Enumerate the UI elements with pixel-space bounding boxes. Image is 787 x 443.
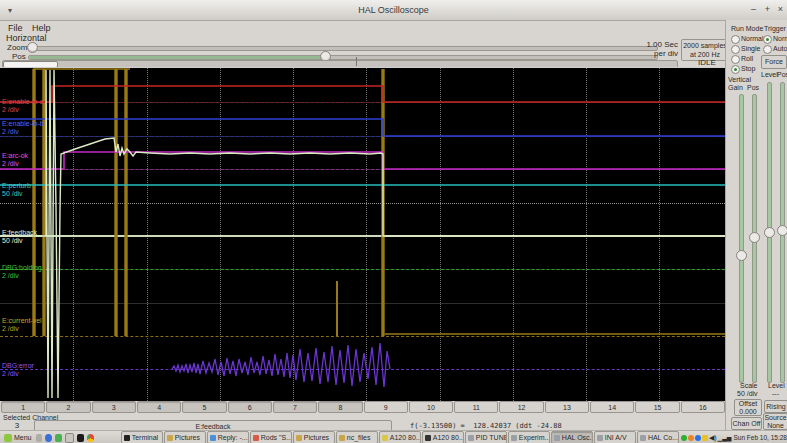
window-icon — [339, 435, 345, 441]
channel-name: E:feedback — [2, 229, 37, 237]
channel-scale: 2 /div — [2, 370, 34, 378]
trigger-label: Trigger — [764, 25, 786, 32]
chrome-icon[interactable] — [87, 434, 94, 442]
trace-canvas — [0, 68, 725, 401]
channel-button-9[interactable]: 9 — [364, 401, 408, 413]
scope-display[interactable]: E:enable-in-a 2 /div E:enable-in-b 2 /di… — [0, 67, 725, 401]
title-bar: ▾ HAL Oscilloscope – + × — [0, 0, 787, 21]
window-label: Pictures — [304, 434, 329, 441]
update-icon[interactable] — [681, 435, 687, 441]
network-icon[interactable] — [702, 435, 708, 441]
channel-scale: 2 /div — [2, 128, 44, 136]
taskbar-window-experim[interactable]: Experim... — [508, 431, 550, 443]
error-trace — [172, 343, 390, 387]
run-mode-single-radio[interactable] — [731, 45, 740, 54]
bluetooth-icon[interactable] — [695, 435, 701, 441]
taskbar-window-a120-2[interactable]: A120 80... — [422, 431, 464, 443]
level-value: --- — [772, 390, 779, 397]
display-icon[interactable] — [55, 434, 62, 442]
run-mode-stop-radio[interactable] — [731, 65, 740, 74]
taskbar-window-pictures-2[interactable]: Pictures — [293, 431, 335, 443]
time-per-div-unit: per div — [642, 49, 678, 58]
volume-icon[interactable]: ◀) — [709, 434, 717, 442]
taskbar-window-a120-1[interactable]: A120 80... — [379, 431, 421, 443]
channel-button-13[interactable]: 13 — [545, 401, 589, 413]
source-button[interactable]: Source None — [763, 413, 787, 430]
run-mode-roll-radio[interactable] — [731, 55, 740, 64]
channel-button-5[interactable]: 5 — [182, 401, 226, 413]
channel-button-7[interactable]: 7 — [273, 401, 317, 413]
notification-icon[interactable] — [688, 435, 694, 441]
taskbar-window-rods[interactable]: Rods "S... — [250, 431, 292, 443]
taskbar-window-hal-osc[interactable]: HAL Osc... — [551, 431, 593, 443]
run-mode-normal-radio[interactable] — [731, 35, 740, 44]
taskbar-window-nc-files[interactable]: nc_files — [336, 431, 378, 443]
minimize-icon[interactable]: – — [748, 4, 759, 14]
channel-button-3[interactable]: 3 — [92, 401, 136, 413]
taskbar-window-reply[interactable]: Reply: -... — [207, 431, 249, 443]
enable-in-a-trace — [0, 86, 725, 102]
channel-button-12[interactable]: 12 — [499, 401, 543, 413]
gain-slider-thumb[interactable] — [736, 250, 747, 261]
channel-button-6[interactable]: 6 — [228, 401, 272, 413]
channel-label-enable-in-b: E:enable-in-b 2 /div — [2, 120, 44, 136]
rising-button[interactable]: Rising — [764, 400, 787, 413]
channel-scale: 2 /div — [2, 160, 28, 168]
channel-button-2[interactable]: 2 — [46, 401, 90, 413]
run-mode-label: Run Mode — [731, 25, 763, 32]
channel-label-arc-ok: E:arc-ok 2 /div — [2, 152, 28, 168]
gain-slider-track[interactable] — [739, 94, 744, 383]
browser-globe-icon[interactable] — [45, 434, 52, 442]
channel-button-11[interactable]: 11 — [454, 401, 498, 413]
channel-button-1[interactable]: 1 — [1, 401, 45, 413]
zoom-slider-label: Zoom — [7, 43, 27, 52]
taskbar-window-pictures-1[interactable]: Pictures — [164, 431, 206, 443]
channel-button-14[interactable]: 14 — [590, 401, 634, 413]
window-icon — [597, 435, 603, 441]
vertical-gain-label: Gain — [728, 84, 743, 91]
vertical-pos-slider-thumb[interactable] — [749, 232, 760, 243]
acquisition-status: IDLE — [698, 58, 716, 67]
offset-label: Offset — [735, 400, 761, 408]
maximize-icon[interactable]: + — [762, 4, 773, 14]
channel-label-current-vel: E:current-vel 2 /div — [2, 317, 42, 333]
arc-ok-trace — [0, 152, 725, 169]
window-icon — [468, 435, 474, 441]
channel-button-10[interactable]: 10 — [409, 401, 453, 413]
channel-button-15[interactable]: 15 — [635, 401, 679, 413]
close-icon[interactable]: × — [775, 4, 786, 14]
trigger-normal-radio[interactable] — [763, 35, 772, 44]
chan-off-button[interactable]: Chan Off — [731, 417, 762, 430]
signal-icon[interactable]: ▁▃▅ — [718, 434, 732, 441]
channel-button-4[interactable]: 4 — [137, 401, 181, 413]
channel-button-16[interactable]: 16 — [681, 401, 725, 413]
window-label: Rods "S... — [261, 434, 292, 441]
horizontal-section-label: Horizontal — [6, 33, 47, 43]
trigger-pos-slider-thumb[interactable] — [777, 225, 787, 236]
channel-button-8[interactable]: 8 — [318, 401, 362, 413]
terminal-icon[interactable] — [77, 434, 84, 442]
taskbar-window-pid-tune[interactable]: PID TUNE — [465, 431, 507, 443]
menu-file[interactable]: File — [8, 23, 23, 33]
zoom-slider-thumb[interactable] — [27, 42, 38, 53]
taskbar-clock: Sun Feb 10, 15:28 — [733, 434, 787, 441]
taskbar-window-terminal[interactable]: Terminal — [121, 431, 163, 443]
offset-button[interactable]: Offset 0.000 — [734, 399, 762, 416]
force-button[interactable]: Force — [761, 55, 787, 69]
enable-in-b-trace — [0, 119, 725, 136]
channel-name: E:arc-ok — [2, 152, 28, 160]
source-value: None — [764, 422, 787, 430]
trigger-level-slider-thumb[interactable] — [764, 227, 775, 238]
trigger-auto-radio[interactable] — [763, 45, 772, 54]
taskbar-window-hal-co[interactable]: HAL Co... — [637, 431, 679, 443]
taskbar-window-ini[interactable]: INI A/V — [594, 431, 636, 443]
file-manager-icon[interactable] — [65, 433, 74, 443]
pencil-icon[interactable] — [36, 434, 43, 442]
cursor-readout: f(-3.13500) = 128.42037 (ddt -24.88 — [410, 422, 562, 430]
window-label: Experim... — [519, 434, 550, 441]
menu-help[interactable]: Help — [32, 23, 51, 33]
taskbar-menu-button[interactable]: Menu — [0, 431, 36, 443]
window-label: nc_files — [347, 434, 371, 441]
offset-value: 0.000 — [735, 408, 761, 416]
zoom-slider-track[interactable] — [28, 46, 658, 51]
